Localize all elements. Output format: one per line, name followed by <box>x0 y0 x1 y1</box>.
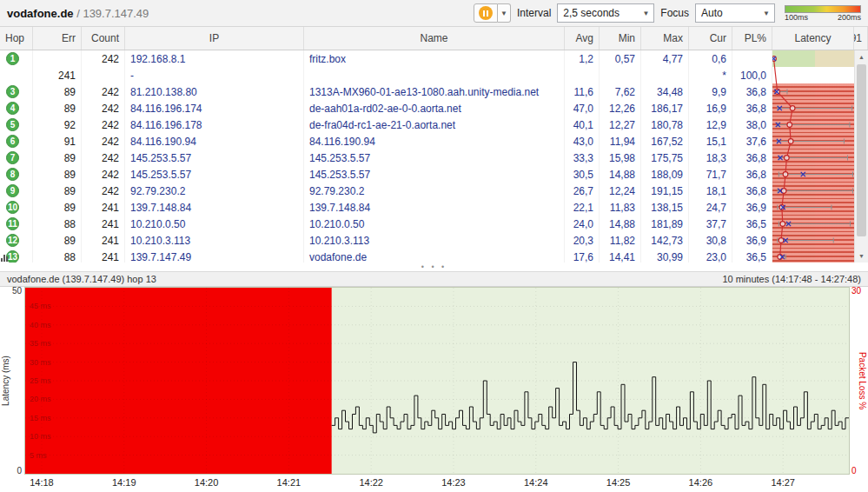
hop-cell: 6 <box>0 133 33 150</box>
interval-label: Interval <box>517 7 551 19</box>
err-cell: 91 <box>33 133 82 150</box>
column-header-min[interactable]: Min <box>600 27 641 50</box>
focus-graph: Latency (ms) 50 0 45 ms40 ms35 ms30 ms25… <box>0 287 868 475</box>
pl-cell: 36,8 <box>732 150 772 166</box>
table-row[interactable]: 241-*100,0 <box>0 67 868 83</box>
pl-cell: 36,8 <box>732 183 772 199</box>
avg-cell: 24,0 <box>565 216 600 232</box>
count-cell: 242 <box>82 183 125 199</box>
table-row[interactable]: 1089241139.7.148.84139.7.148.8422,111,83… <box>0 199 868 216</box>
min-cell: 0,57 <box>600 50 641 67</box>
pause-button[interactable] <box>474 3 498 23</box>
table-row[interactable]: 1242192.168.8.1fritz.box1,20,574,770,6 <box>0 50 868 67</box>
table-row[interactable]: 38924281.210.138.801313A-MX960-01-ae13-1… <box>0 83 868 100</box>
interval-value: 2,5 seconds <box>563 7 637 19</box>
table-header: Hop Err Count IP Name Avg Min Max Cur PL… <box>0 27 868 50</box>
latency-axis: Latency (ms) 50 0 <box>0 287 24 475</box>
column-header-max[interactable]: Max <box>641 27 689 50</box>
hop-number-badge: 9 <box>6 184 19 197</box>
pl-cell: 36,9 <box>732 232 772 249</box>
count-cell: 241 <box>82 199 125 216</box>
table-row[interactable]: 48924284.116.196.174de-aah01a-rd02-ae-0-… <box>0 100 868 116</box>
packet-loss-axis-max: 30 <box>851 286 861 296</box>
table-row[interactable]: 118824110.210.0.5010.210.0.5024,014,8818… <box>0 216 868 232</box>
hop-number-badge: 3 <box>6 85 19 98</box>
max-cell: 167,52 <box>641 133 689 150</box>
column-header-count[interactable]: Count <box>82 27 125 50</box>
table-row[interactable]: 98924292.79.230.292.79.230.226,712,24191… <box>0 183 868 199</box>
name-cell: 139.7.148.84 <box>304 199 565 216</box>
cur-cell: 0,6 <box>689 50 732 67</box>
x-tick-label: 14:20 <box>195 477 219 488</box>
scrollbar-thumb[interactable] <box>857 64 866 236</box>
column-header-hop[interactable]: Hop <box>0 27 33 50</box>
max-cell <box>641 67 689 83</box>
pl-cell: 36,5 <box>732 249 772 263</box>
column-header-ip[interactable]: IP <box>125 27 304 50</box>
table-row[interactable]: 1388241139.7.147.49vodafone.de17,614,413… <box>0 249 868 263</box>
timeline-plot[interactable]: 45 ms40 ms35 ms30 ms25 ms20 ms15 ms10 ms… <box>24 287 850 475</box>
cur-cell: 71,7 <box>689 166 732 183</box>
grid-label: 20 ms <box>30 395 51 403</box>
pl-cell <box>732 50 772 67</box>
name-cell: fritz.box <box>304 50 565 67</box>
ip-cell: 10.210.0.50 <box>125 216 304 232</box>
count-cell: 242 <box>82 150 125 166</box>
chevron-down-icon: ▼ <box>642 10 649 17</box>
err-cell: 88 <box>33 216 82 232</box>
min-cell: 14,88 <box>600 166 641 183</box>
column-header-avg[interactable]: Avg <box>565 27 600 50</box>
interval-select[interactable]: 2,5 seconds ▼ <box>557 3 654 23</box>
name-cell: 92.79.230.2 <box>304 183 565 199</box>
err-cell: 92 <box>33 116 82 133</box>
cur-cell: 12,9 <box>689 116 732 133</box>
err-cell <box>33 50 82 67</box>
min-cell: 11,94 <box>600 133 641 150</box>
hop-number-badge: 4 <box>6 102 19 115</box>
column-header-pl[interactable]: PL% <box>732 27 772 50</box>
max-cell: 175,75 <box>641 150 689 166</box>
focus-select[interactable]: Auto ▼ <box>695 3 775 23</box>
splitter[interactable]: • • • <box>0 263 868 271</box>
err-cell: 89 <box>33 83 82 100</box>
table-row[interactable]: 789242145.253.5.57145.253.5.5733,315,981… <box>0 150 868 166</box>
latency-minigraph-cell <box>772 199 854 216</box>
err-cell: 241 <box>33 67 82 83</box>
err-cell: 89 <box>33 199 82 216</box>
grid-label: 5 ms <box>30 451 47 460</box>
column-header-cur[interactable]: Cur <box>689 27 732 50</box>
count-cell: 241 <box>82 249 125 263</box>
table-row[interactable]: 128924110.210.3.11310.210.3.11320,311,82… <box>0 232 868 249</box>
count-cell: 242 <box>82 133 125 150</box>
column-header-name[interactable]: Name <box>304 27 565 50</box>
legend-200ms-label: 200ms <box>838 13 861 22</box>
scroll-up-icon[interactable]: ▲ <box>855 50 868 63</box>
avg-cell <box>565 67 600 83</box>
table-row[interactable]: 59224284.116.196.178de-fra04d-rc1-ae-21-… <box>0 116 868 133</box>
table-row[interactable]: 69124284.116.190.9484.116.190.9443,011,9… <box>0 133 868 150</box>
cur-cell: 18,3 <box>689 150 732 166</box>
packet-loss-axis: 30 0 Packet Loss % <box>850 287 868 475</box>
name-cell: 1313A-MX960-01-ae13-1080.aah.unity-media… <box>304 83 565 100</box>
cur-cell: 9,9 <box>689 83 732 100</box>
count-cell: 241 <box>82 232 125 249</box>
latency-minigraph-cell <box>772 183 854 199</box>
latency-minigraph-cell <box>772 166 854 183</box>
name-cell <box>304 67 565 83</box>
pause-dropdown-button[interactable]: ▼ <box>498 3 511 23</box>
max-cell: 4,77 <box>641 50 689 67</box>
scroll-down-icon[interactable]: ▼ <box>855 249 868 263</box>
count-cell <box>82 67 125 83</box>
table-row[interactable]: 889242145.253.5.57145.253.5.5730,514,881… <box>0 166 868 183</box>
column-header-latency[interactable]: Latency <box>772 27 854 50</box>
name-cell: 10.210.0.50 <box>304 216 565 232</box>
x-tick-label: 14:23 <box>441 477 466 488</box>
latency-minigraph-cell <box>772 83 854 100</box>
latency-minigraph-cell <box>772 150 854 166</box>
vertical-scrollbar[interactable]: ▲ ▼ <box>854 50 868 263</box>
grid-label: 30 ms <box>30 358 51 367</box>
pl-cell: 100,0 <box>732 67 772 83</box>
column-header-err[interactable]: Err <box>33 27 82 50</box>
count-cell: 242 <box>82 116 125 133</box>
hop-number-badge: 10 <box>6 201 19 214</box>
